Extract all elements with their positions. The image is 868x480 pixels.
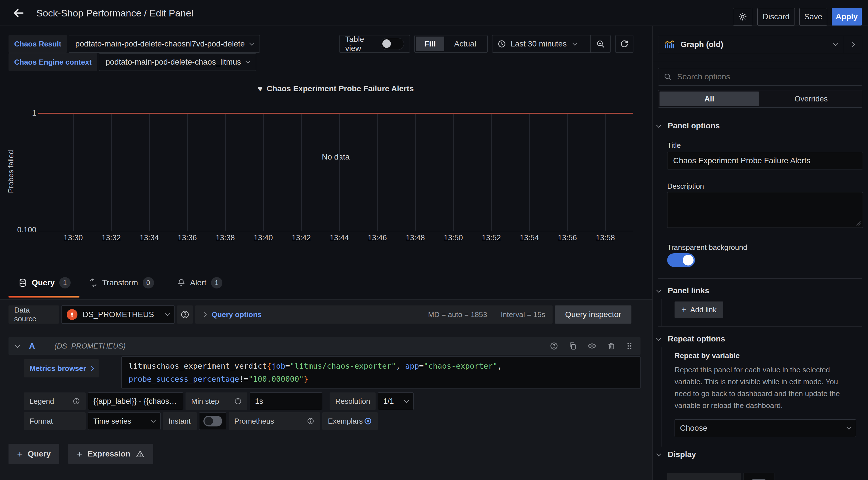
exemplars-toggle-icon[interactable] bbox=[364, 417, 372, 425]
tab-overrides[interactable]: Overrides bbox=[761, 92, 861, 106]
variable-value-dropdown[interactable]: podtato-main-pod-delete-chaos_litmus bbox=[99, 53, 256, 71]
toggle-pane-button[interactable] bbox=[843, 36, 862, 53]
variable-value-dropdown[interactable]: podtato-main-pod-delete-chaosnl7vd-pod-d… bbox=[69, 35, 260, 53]
tab-alert-label: Alert bbox=[190, 278, 207, 287]
promql-token: "litmus/chaos-exporter" bbox=[290, 362, 396, 370]
tab-all-label: All bbox=[704, 95, 714, 103]
help-circle-icon[interactable] bbox=[550, 342, 558, 350]
panel-options-header[interactable]: Panel options bbox=[657, 121, 720, 130]
display-heading: Display bbox=[668, 450, 696, 459]
panel-settings-button[interactable] bbox=[733, 8, 752, 26]
drag-handle-icon[interactable] bbox=[626, 341, 633, 350]
legend-input[interactable]: {{app_label}} - {{chaos… bbox=[88, 392, 183, 410]
save-button-label: Save bbox=[804, 12, 822, 21]
chart-gridline bbox=[453, 114, 454, 231]
format-label: Format bbox=[30, 417, 53, 425]
add-expression-button[interactable]: + Expression bbox=[68, 444, 153, 464]
query-options-bar[interactable]: Query options MD = auto = 1853 Interval … bbox=[195, 305, 553, 323]
promql-token: } bbox=[304, 375, 308, 383]
x-axis-tick: 13:40 bbox=[254, 234, 273, 242]
metrics-browser-button[interactable]: Metrics browser bbox=[24, 359, 99, 377]
min-step-input[interactable]: 1s bbox=[250, 392, 322, 410]
table-view-toggle[interactable] bbox=[381, 38, 404, 50]
zoom-out-button[interactable] bbox=[590, 35, 611, 53]
instant-toggle[interactable] bbox=[204, 416, 222, 426]
collapse-chevron-icon bbox=[15, 343, 20, 348]
chevron-down-icon bbox=[249, 41, 254, 46]
refresh-button[interactable] bbox=[615, 35, 633, 53]
repeat-options-header[interactable]: Repeat options bbox=[657, 334, 725, 343]
prometheus-type-label: Prometheus bbox=[234, 417, 274, 425]
chart-gridline bbox=[301, 114, 302, 231]
visualization-name: Graph (old) bbox=[681, 40, 723, 49]
heart-icon: ♥ bbox=[257, 84, 263, 94]
save-button[interactable]: Save bbox=[799, 8, 827, 26]
info-circle-icon bbox=[234, 398, 242, 405]
add-link-button[interactable]: + Add link bbox=[675, 302, 723, 318]
tab-all[interactable]: All bbox=[659, 92, 759, 106]
options-tabs: All Overrides bbox=[658, 90, 862, 108]
delete-query-icon[interactable] bbox=[607, 342, 616, 350]
apply-button[interactable]: Apply bbox=[832, 8, 862, 26]
chart-plot[interactable]: No data bbox=[38, 113, 633, 231]
duplicate-query-icon[interactable] bbox=[568, 342, 577, 350]
bars-toggle[interactable] bbox=[749, 479, 768, 480]
query-options-label: Query options bbox=[212, 310, 261, 319]
time-range-picker[interactable]: Last 30 minutes bbox=[492, 39, 590, 48]
promql-token: job bbox=[272, 362, 285, 370]
datasource-help-button[interactable] bbox=[177, 305, 193, 323]
tab-transform[interactable]: Transform 0 bbox=[89, 275, 154, 291]
legend-value: {{app_label}} - {{chaos… bbox=[93, 397, 177, 406]
panel-title-input[interactable] bbox=[668, 156, 863, 165]
promql-token: = bbox=[419, 362, 424, 370]
transparent-background-toggle[interactable] bbox=[667, 253, 695, 267]
repeat-variable-select[interactable]: Choose bbox=[675, 419, 856, 437]
panel-links-header[interactable]: Panel links bbox=[657, 286, 709, 295]
min-step-label: Min step bbox=[191, 397, 219, 406]
chart-gridline bbox=[605, 114, 606, 231]
graph-chart-icon bbox=[664, 40, 675, 49]
metrics-browser-label: Metrics browser bbox=[30, 364, 86, 373]
promql-token: , bbox=[396, 362, 405, 370]
visualization-picker[interactable]: Graph (old) bbox=[658, 36, 862, 53]
chevron-down-icon bbox=[151, 418, 156, 423]
query-options-row-2: Format Time series Instant Prometheus Ex… bbox=[24, 412, 378, 430]
query-inspector-button[interactable]: Query inspector bbox=[555, 305, 631, 323]
resolution-select[interactable]: 1/1 bbox=[378, 392, 413, 410]
query-row-header[interactable]: A (DS_PROMETHEUS) bbox=[8, 337, 641, 355]
instant-label: Instant bbox=[168, 417, 191, 425]
visualization-current: Graph (old) bbox=[658, 40, 843, 49]
promql-editor[interactable]: litmuschaos_experiment_verdict{job="litm… bbox=[121, 356, 641, 389]
chart-gridline bbox=[187, 114, 188, 231]
panel-links-heading: Panel links bbox=[668, 286, 709, 295]
display-header[interactable]: Display bbox=[657, 450, 696, 459]
datasource-picker[interactable]: DS_PROMETHEUS bbox=[61, 305, 175, 323]
fill-button[interactable]: Fill bbox=[416, 37, 444, 51]
variable-chaos-result: Chaos Result podtato-main-pod-delete-cha… bbox=[8, 35, 260, 53]
md-stat: MD = auto = 1853 bbox=[428, 310, 487, 319]
repeat-variable-placeholder: Choose bbox=[680, 423, 708, 433]
tab-query-label: Query bbox=[32, 278, 55, 287]
panel-title-field bbox=[667, 152, 863, 169]
x-axis-tick: 13:34 bbox=[140, 234, 159, 242]
back-button[interactable] bbox=[12, 7, 25, 19]
actual-button[interactable]: Actual bbox=[444, 37, 486, 51]
format-select[interactable]: Time series bbox=[88, 412, 160, 430]
chevron-down-icon bbox=[165, 311, 170, 316]
add-expression-label: Expression bbox=[88, 449, 130, 458]
resize-handle-icon[interactable] bbox=[855, 220, 861, 226]
toggle-visibility-icon[interactable] bbox=[587, 342, 597, 350]
tab-alert[interactable]: Alert 1 bbox=[177, 275, 222, 291]
panel-description-textarea[interactable] bbox=[667, 192, 863, 228]
back-arrow-icon bbox=[12, 7, 25, 19]
bell-icon bbox=[177, 278, 186, 287]
panel-header[interactable]: ♥ Chaos Experiment Probe Failure Alerts bbox=[38, 84, 633, 94]
options-search-input[interactable] bbox=[677, 72, 857, 81]
chevron-right-icon bbox=[202, 312, 207, 317]
plus-icon: + bbox=[77, 449, 83, 459]
add-query-button[interactable]: + Query bbox=[8, 444, 59, 464]
discard-button[interactable]: Discard bbox=[757, 8, 795, 26]
tab-query[interactable]: Query 1 bbox=[18, 275, 71, 291]
transparent-background-label: Transparent background bbox=[667, 243, 747, 252]
options-pane-divider bbox=[652, 26, 653, 480]
